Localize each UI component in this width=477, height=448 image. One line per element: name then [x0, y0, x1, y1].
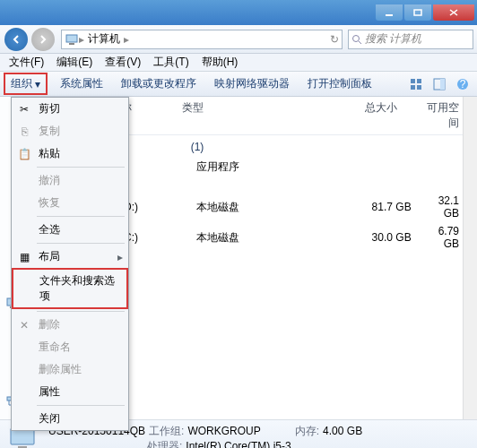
menu-delete[interactable]: ✕删除 [12, 314, 128, 336]
menu-tools[interactable]: 工具(T) [148, 53, 194, 72]
title-bar [0, 0, 477, 25]
svg-rect-7 [411, 85, 415, 90]
help-button[interactable]: ? [452, 74, 473, 94]
cpu-value: Intel(R) Core(TM) i5-3 [186, 439, 291, 449]
list-item[interactable]: 盘 (C:) 本地磁盘 30.0 GB 6.79 GB [80, 222, 477, 253]
menu-layout[interactable]: ▦布局▸ [12, 246, 128, 268]
maximize-button[interactable] [404, 4, 431, 21]
command-bar: 组织 ▾ 系统属性 卸载或更改程序 映射网络驱动器 打开控制面板 ? [0, 72, 477, 97]
map-drive-button[interactable]: 映射网络驱动器 [209, 73, 295, 94]
menu-cut[interactable]: ✂剪切 [12, 98, 128, 120]
breadcrumb-computer[interactable]: 计算机 [84, 31, 124, 47]
menu-separator [37, 405, 125, 406]
svg-rect-8 [417, 85, 421, 90]
column-total-size[interactable]: 总大小 [317, 100, 424, 131]
back-button[interactable] [4, 28, 28, 51]
menu-separator [37, 216, 125, 217]
svg-rect-6 [417, 79, 421, 83]
menu-separator [37, 167, 125, 168]
delete-icon: ✕ [17, 319, 31, 332]
organize-button[interactable]: 组织 ▾ [4, 73, 48, 95]
computer-icon [65, 32, 79, 47]
forward-button[interactable] [31, 28, 55, 51]
menu-properties[interactable]: 属性 [12, 381, 128, 403]
memory-label: 内存: [295, 424, 319, 438]
system-properties-button[interactable]: 系统属性 [55, 73, 108, 94]
svg-point-4 [353, 35, 360, 41]
control-panel-button[interactable]: 打开控制面板 [302, 73, 377, 94]
organize-menu: ✂剪切 ⎘复制 📋粘贴 撤消 恢复 全选 ▦布局▸ 文件夹和搜索选项 ✕删除 重… [11, 97, 129, 431]
menu-bar: 文件(F) 编辑(E) 查看(V) 工具(T) 帮助(H) [0, 54, 477, 72]
menu-separator [37, 311, 125, 312]
item-type: 本地磁盘 [196, 230, 331, 246]
menu-edit[interactable]: 编辑(E) [51, 53, 98, 72]
memory-value: 4.00 GB [323, 424, 362, 438]
column-type[interactable]: 类型 [182, 100, 317, 131]
view-mode-button[interactable] [405, 74, 427, 94]
close-button[interactable] [433, 4, 474, 21]
preview-pane-button[interactable] [429, 74, 450, 94]
refresh-icon[interactable]: ↻ [330, 33, 339, 46]
menu-rename[interactable]: 重命名 [12, 336, 128, 358]
svg-rect-1 [414, 10, 421, 15]
search-icon [351, 34, 362, 45]
menu-help[interactable]: 帮助(H) [196, 53, 244, 72]
svg-text:?: ? [460, 78, 466, 90]
workgroup-value: WORKGROUP [187, 424, 260, 438]
workgroup-label: 工作组: [149, 424, 184, 438]
minimize-button[interactable] [376, 4, 403, 21]
cut-icon: ✂ [17, 103, 31, 116]
chevron-down-icon: ▾ [35, 78, 40, 90]
list-item[interactable]: 盘 (D:) 本地磁盘 81.7 GB 32.1 GB [80, 192, 477, 222]
menu-select-all[interactable]: 全选 [12, 219, 128, 241]
list-item[interactable]: .exe 应用程序 [80, 157, 477, 177]
menu-folder-options[interactable]: 文件夹和搜索选项 [12, 268, 128, 309]
chevron-right-icon: ▸ [117, 251, 123, 263]
cpu-label: 处理器: [147, 439, 182, 449]
column-headers: 名称 类型 总大小 可用空间 [74, 97, 477, 135]
item-type: 应用程序 [196, 159, 331, 175]
search-placeholder: 搜索 计算机 [365, 31, 421, 47]
svg-rect-0 [386, 14, 393, 16]
svg-rect-5 [411, 79, 415, 83]
chevron-icon: ▸ [124, 33, 129, 46]
menu-undo[interactable]: 撤消 [12, 169, 128, 192]
uninstall-program-button[interactable]: 卸载或更改程序 [116, 73, 202, 94]
address-bar[interactable]: ▸ 计算机 ▸ ↻ [61, 30, 343, 49]
copy-icon: ⎘ [17, 125, 31, 138]
nav-bar: ▸ 计算机 ▸ ↻ 搜索 计算机 [0, 25, 477, 54]
svg-rect-10 [440, 79, 445, 90]
menu-copy[interactable]: ⎘复制 [12, 120, 128, 142]
organize-label: 组织 [11, 76, 32, 91]
menu-view[interactable]: 查看(V) [100, 53, 146, 72]
item-type: 本地磁盘 [196, 200, 331, 215]
menu-separator [37, 243, 125, 244]
menu-remove-properties[interactable]: 删除属性 [12, 358, 128, 381]
item-size: 81.7 GB [331, 201, 438, 213]
item-size: 30.0 GB [331, 231, 438, 244]
menu-paste[interactable]: 📋粘贴 [12, 142, 128, 165]
menu-file[interactable]: 文件(F) [4, 53, 49, 72]
svg-rect-3 [69, 43, 74, 45]
file-list: 名称 类型 总大小 可用空间 (1) .exe 应用程序 盘 (D:) 本地磁盘… [74, 97, 477, 419]
svg-rect-2 [66, 35, 77, 42]
menu-close[interactable]: 关闭 [12, 408, 128, 430]
paste-icon: 📋 [17, 148, 31, 160]
layout-icon: ▦ [17, 251, 31, 263]
menu-redo[interactable]: 恢复 [12, 192, 128, 214]
search-input[interactable]: 搜索 计算机 [348, 30, 473, 49]
vertical-scrollbar[interactable] [463, 97, 477, 419]
section-header[interactable]: (1) [80, 135, 477, 157]
